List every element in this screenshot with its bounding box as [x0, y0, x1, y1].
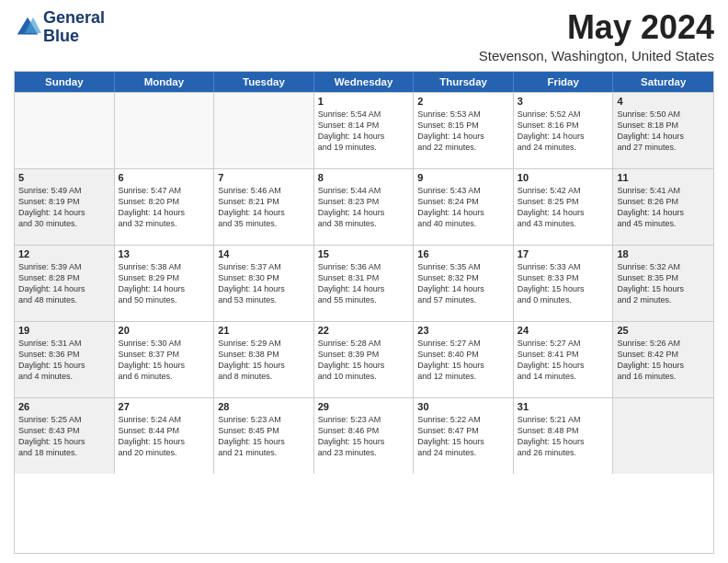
cell-line: Sunset: 8:40 PM	[417, 349, 509, 360]
cell-line: Daylight: 15 hours	[119, 360, 210, 371]
calendar-header: SundayMondayTuesdayWednesdayThursdayFrid…	[15, 72, 713, 92]
cell-line: and 18 minutes.	[18, 447, 110, 458]
day-number: 24	[518, 325, 609, 336]
cell-line: Sunrise: 5:22 AM	[417, 414, 509, 425]
cell-line: Daylight: 14 hours	[119, 207, 210, 218]
day-cell-31: 31Sunrise: 5:21 AMSunset: 8:48 PMDayligh…	[514, 398, 614, 474]
weekday-header-monday: Monday	[115, 72, 215, 92]
cell-line: Sunrise: 5:50 AM	[617, 109, 710, 120]
cell-line: Sunrise: 5:54 AM	[318, 109, 410, 120]
cell-line: and 20 minutes.	[119, 447, 210, 458]
cell-line: and 35 minutes.	[218, 218, 310, 229]
cell-line: Daylight: 14 hours	[518, 131, 609, 142]
cell-line: Daylight: 15 hours	[518, 436, 609, 447]
cell-line: Sunrise: 5:32 AM	[617, 261, 710, 272]
day-cell-6: 6Sunrise: 5:47 AMSunset: 8:20 PMDaylight…	[115, 169, 215, 245]
day-cell-4: 4Sunrise: 5:50 AMSunset: 8:18 PMDaylight…	[613, 93, 713, 168]
cell-line: Daylight: 15 hours	[518, 283, 609, 294]
day-number: 13	[119, 248, 210, 259]
day-cell-30: 30Sunrise: 5:22 AMSunset: 8:47 PMDayligh…	[414, 398, 514, 474]
weekday-header-friday: Friday	[514, 72, 614, 92]
day-cell-20: 20Sunrise: 5:30 AMSunset: 8:37 PMDayligh…	[115, 322, 215, 397]
cell-line: and 24 minutes.	[417, 447, 509, 458]
day-cell-16: 16Sunrise: 5:35 AMSunset: 8:32 PMDayligh…	[414, 246, 514, 321]
cell-line: Sunset: 8:16 PM	[518, 120, 609, 131]
calendar-body: 1Sunrise: 5:54 AMSunset: 8:14 PMDaylight…	[15, 92, 713, 474]
cell-line: Daylight: 14 hours	[617, 207, 710, 218]
cell-line: Sunrise: 5:38 AM	[119, 261, 210, 272]
cell-line: Sunset: 8:24 PM	[417, 196, 509, 207]
cell-line: Sunset: 8:23 PM	[318, 196, 410, 207]
cell-line: and 53 minutes.	[218, 294, 310, 305]
cell-line: Sunset: 8:44 PM	[119, 425, 210, 436]
cell-line: Daylight: 14 hours	[417, 283, 509, 294]
day-cell-21: 21Sunrise: 5:29 AMSunset: 8:38 PMDayligh…	[214, 322, 314, 397]
cell-line: and 40 minutes.	[417, 218, 509, 229]
cell-line: Daylight: 15 hours	[518, 360, 609, 371]
page-header: General Blue May 2024 Stevenson, Washing…	[14, 9, 714, 63]
calendar-row-2: 5Sunrise: 5:49 AMSunset: 8:19 PMDaylight…	[15, 168, 713, 245]
day-cell-18: 18Sunrise: 5:32 AMSunset: 8:35 PMDayligh…	[613, 246, 713, 321]
cell-line: Sunrise: 5:21 AM	[518, 414, 609, 425]
cell-line: Daylight: 14 hours	[518, 207, 609, 218]
cell-line: Sunset: 8:39 PM	[318, 349, 410, 360]
cell-line: and 12 minutes.	[417, 371, 509, 382]
day-cell-2: 2Sunrise: 5:53 AMSunset: 8:15 PMDaylight…	[414, 93, 514, 168]
cell-line: Daylight: 15 hours	[18, 360, 110, 371]
cell-line: Sunset: 8:29 PM	[119, 272, 210, 283]
cell-line: Sunrise: 5:39 AM	[18, 261, 110, 272]
day-number: 26	[18, 401, 110, 412]
day-cell-29: 29Sunrise: 5:23 AMSunset: 8:46 PMDayligh…	[314, 398, 415, 474]
day-number: 22	[318, 325, 410, 336]
cell-line: and 19 minutes.	[318, 142, 410, 153]
cell-line: Sunrise: 5:44 AM	[318, 185, 410, 196]
cell-line: Sunrise: 5:24 AM	[119, 414, 210, 425]
cell-line: Daylight: 14 hours	[318, 207, 410, 218]
calendar-row-1: 1Sunrise: 5:54 AMSunset: 8:14 PMDaylight…	[15, 92, 713, 168]
cell-line: Sunset: 8:43 PM	[18, 425, 110, 436]
logo-text: General Blue	[43, 9, 105, 46]
cell-line: and 21 minutes.	[218, 447, 310, 458]
cell-line: Sunset: 8:18 PM	[617, 120, 710, 131]
cell-line: Sunrise: 5:52 AM	[518, 109, 609, 120]
cell-line: Daylight: 15 hours	[417, 360, 509, 371]
day-cell-empty	[115, 93, 215, 168]
calendar-page: General Blue May 2024 Stevenson, Washing…	[0, 0, 728, 563]
day-cell-28: 28Sunrise: 5:23 AMSunset: 8:45 PMDayligh…	[214, 398, 314, 474]
logo: General Blue	[14, 9, 105, 46]
cell-line: Sunrise: 5:23 AM	[318, 414, 410, 425]
cell-line: Sunset: 8:19 PM	[18, 196, 110, 207]
cell-line: Sunrise: 5:27 AM	[417, 338, 509, 349]
day-cell-12: 12Sunrise: 5:39 AMSunset: 8:28 PMDayligh…	[15, 246, 115, 321]
cell-line: and 16 minutes.	[617, 371, 710, 382]
day-number: 18	[617, 248, 710, 259]
day-cell-23: 23Sunrise: 5:27 AMSunset: 8:40 PMDayligh…	[414, 322, 514, 397]
day-cell-13: 13Sunrise: 5:38 AMSunset: 8:29 PMDayligh…	[115, 246, 215, 321]
cell-line: and 0 minutes.	[518, 294, 609, 305]
cell-line: and 22 minutes.	[417, 142, 509, 153]
cell-line: Daylight: 15 hours	[119, 436, 210, 447]
cell-line: and 32 minutes.	[119, 218, 210, 229]
month-title: May 2024	[479, 9, 714, 46]
day-number: 14	[218, 248, 310, 259]
cell-line: Daylight: 14 hours	[617, 131, 710, 142]
cell-line: Sunrise: 5:23 AM	[218, 414, 310, 425]
day-cell-27: 27Sunrise: 5:24 AMSunset: 8:44 PMDayligh…	[115, 398, 215, 474]
calendar-row-3: 12Sunrise: 5:39 AMSunset: 8:28 PMDayligh…	[15, 245, 713, 321]
day-number: 10	[518, 172, 609, 183]
day-number: 3	[518, 96, 609, 107]
day-cell-empty	[214, 93, 314, 168]
calendar-row-4: 19Sunrise: 5:31 AMSunset: 8:36 PMDayligh…	[15, 321, 713, 397]
cell-line: and 8 minutes.	[218, 371, 310, 382]
cell-line: and 55 minutes.	[318, 294, 410, 305]
cell-line: and 45 minutes.	[617, 218, 710, 229]
cell-line: Daylight: 15 hours	[417, 436, 509, 447]
cell-line: Sunrise: 5:42 AM	[518, 185, 609, 196]
cell-line: Daylight: 14 hours	[417, 207, 509, 218]
day-number: 28	[218, 401, 310, 412]
cell-line: Daylight: 14 hours	[318, 131, 410, 142]
cell-line: Daylight: 15 hours	[318, 436, 410, 447]
cell-line: Sunset: 8:26 PM	[617, 196, 710, 207]
cell-line: Sunset: 8:14 PM	[318, 120, 410, 131]
cell-line: Sunset: 8:48 PM	[518, 425, 609, 436]
